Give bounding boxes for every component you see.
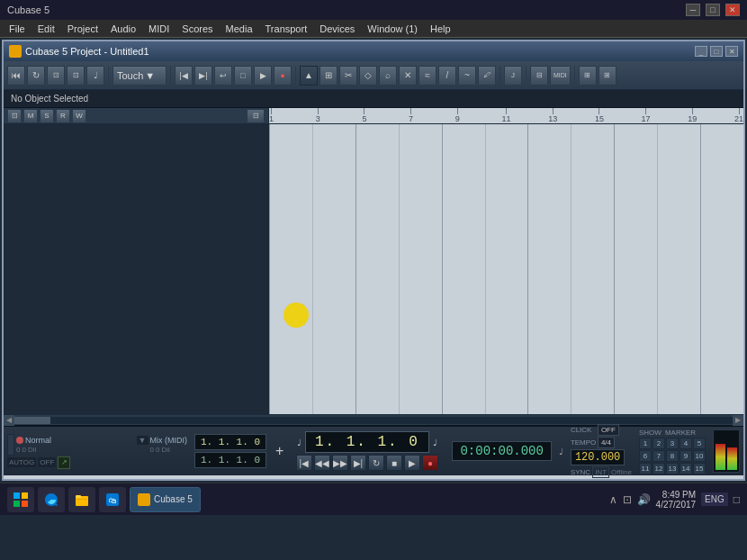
cubase-taskbar-btn[interactable]: Cubase 5 [130, 487, 201, 512]
punch-out-btn[interactable]: ⊡ [67, 66, 85, 86]
menu-help[interactable]: Help [425, 23, 456, 35]
split-tool-btn[interactable]: ✂ [339, 66, 357, 86]
record-btn[interactable]: ● [274, 66, 292, 86]
undo-btn[interactable]: ↩ [214, 66, 232, 86]
store-button[interactable]: 🛍 [99, 487, 126, 512]
menu-edit[interactable]: Edit [32, 23, 60, 35]
time-display: 0:00:00.000 [452, 441, 551, 461]
ruler-btn3[interactable]: S [40, 109, 54, 123]
curve-tool-btn[interactable]: ~ [458, 66, 476, 86]
time-warp-btn[interactable]: ≈ [418, 66, 436, 86]
trans-rewind-btn[interactable]: |◀ [296, 455, 312, 471]
stop-sq-btn[interactable]: □ [234, 66, 252, 86]
marker-12[interactable]: 12 [652, 463, 665, 474]
menu-window[interactable]: Window (1) [362, 23, 423, 35]
sep4 [500, 66, 500, 86]
select-tool-btn[interactable]: ▲ [300, 66, 318, 86]
ruler-btn2[interactable]: M [23, 109, 38, 123]
trans-stop-btn[interactable]: ■ [386, 455, 402, 471]
trans-record-btn[interactable]: ● [422, 455, 438, 471]
cycle-btn[interactable]: ↻ [27, 66, 45, 86]
snap-btn[interactable]: J [504, 66, 522, 86]
mixer-btn[interactable]: ⊟ [530, 66, 548, 86]
marker-1[interactable]: 1 [639, 438, 652, 449]
go-to-start-btn[interactable]: |◀ [175, 66, 193, 86]
timeline-area[interactable] [269, 124, 743, 414]
mute-tool-btn[interactable]: ✕ [399, 66, 417, 86]
trans-forward-btn[interactable]: ▶▶ [332, 455, 348, 471]
marker-4[interactable]: 4 [680, 438, 692, 449]
marker-8[interactable]: 8 [666, 450, 679, 462]
grid-line-6 [527, 124, 528, 414]
menu-audio[interactable]: Audio [105, 23, 141, 35]
brush-tool-btn[interactable]: 🖊 [478, 66, 496, 86]
line-tool-btn[interactable]: / [438, 66, 456, 86]
return-to-start-btn[interactable]: ⏮ [7, 66, 25, 86]
go-to-end-btn[interactable]: ▶| [194, 66, 212, 86]
app-maximize-button[interactable]: □ [710, 46, 723, 57]
midi-btn[interactable]: MIDI [550, 66, 571, 86]
ruler-btn5[interactable]: W [72, 109, 86, 123]
marker-7[interactable]: 7 [652, 450, 665, 462]
menu-devices[interactable]: Devices [314, 23, 360, 35]
lang-indicator[interactable]: ENG [701, 492, 728, 506]
maximize-button[interactable]: □ [706, 4, 720, 16]
automation-dropdown[interactable]: Touch ▼ [112, 66, 166, 86]
tray-arrow-icon[interactable]: ∧ [609, 493, 617, 506]
trans-end-btn[interactable]: ▶| [350, 455, 366, 471]
marker-9[interactable]: 9 [680, 450, 692, 462]
ruler-btn1[interactable]: ⊡ [7, 109, 22, 123]
edge-button[interactable] [38, 487, 65, 512]
marker-6[interactable]: 6 [639, 450, 652, 462]
network-icon[interactable]: ⊡ [623, 493, 632, 506]
close-button[interactable]: ✕ [725, 4, 740, 16]
marker-5[interactable]: 5 [693, 438, 706, 449]
marker-11[interactable]: 11 [639, 463, 652, 474]
click-val[interactable]: OFF [598, 424, 619, 436]
marker-15[interactable]: 15 [693, 463, 706, 474]
scroll-right-btn[interactable]: ▶ [733, 415, 743, 426]
metronome-btn[interactable]: ♩ [86, 66, 104, 86]
grid2-btn[interactable]: ⊞ [598, 66, 616, 86]
speaker-icon[interactable]: 🔊 [637, 493, 651, 506]
scroll-thumb[interactable] [14, 417, 50, 424]
menu-midi[interactable]: MIDI [143, 23, 175, 35]
play-btn[interactable]: ▶ [254, 66, 272, 86]
marker-3[interactable]: 3 [666, 438, 679, 449]
marker-13[interactable]: 13 [666, 463, 679, 474]
plus-button[interactable]: + [274, 443, 285, 459]
menu-media[interactable]: Media [220, 23, 258, 35]
marker-10[interactable]: 10 [693, 450, 706, 462]
autog-label: AUTOG [7, 457, 36, 467]
scroll-track[interactable] [14, 417, 733, 424]
menu-project[interactable]: Project [62, 23, 104, 35]
scroll-left-btn[interactable]: ◀ [4, 415, 14, 426]
horizontal-scrollbar[interactable]: ◀ ▶ [4, 414, 743, 425]
marker-14[interactable]: 14 [680, 463, 692, 474]
glue-tool-btn[interactable]: ◇ [359, 66, 377, 86]
explorer-button[interactable] [68, 487, 95, 512]
menu-file[interactable]: File [4, 23, 31, 35]
app-minimize-button[interactable]: _ [695, 46, 707, 57]
svg-rect-3 [22, 501, 28, 507]
autog-icon[interactable]: ↗ [58, 456, 70, 469]
trans-loop-btn[interactable]: ↻ [368, 455, 384, 471]
zoom-tool-btn[interactable]: ⌕ [379, 66, 397, 86]
minimize-button[interactable]: ─ [686, 4, 700, 16]
menu-transport[interactable]: Transport [260, 23, 313, 35]
menu-scores[interactable]: Scores [176, 23, 218, 35]
start-button[interactable] [7, 487, 34, 512]
marker-2[interactable]: 2 [652, 438, 665, 449]
grid-btn[interactable]: ⊞ [579, 66, 597, 86]
punch-in-btn[interactable]: ⊡ [47, 66, 65, 86]
ruler-btn4[interactable]: R [56, 109, 70, 123]
mix-val2: 0 [22, 446, 25, 454]
app-title-left: Cubase 5 Project - Untitled1 [9, 45, 149, 58]
app-close-button[interactable]: ✕ [725, 46, 738, 57]
trans-play-btn[interactable]: ▶ [404, 455, 420, 471]
notification-icon[interactable]: □ [734, 493, 740, 506]
trans-back-btn[interactable]: ◀◀ [314, 455, 330, 471]
svg-rect-5 [76, 495, 81, 498]
range-tool-btn[interactable]: ⊞ [320, 66, 338, 86]
ruler-collapse[interactable]: ⊡ [247, 109, 265, 123]
